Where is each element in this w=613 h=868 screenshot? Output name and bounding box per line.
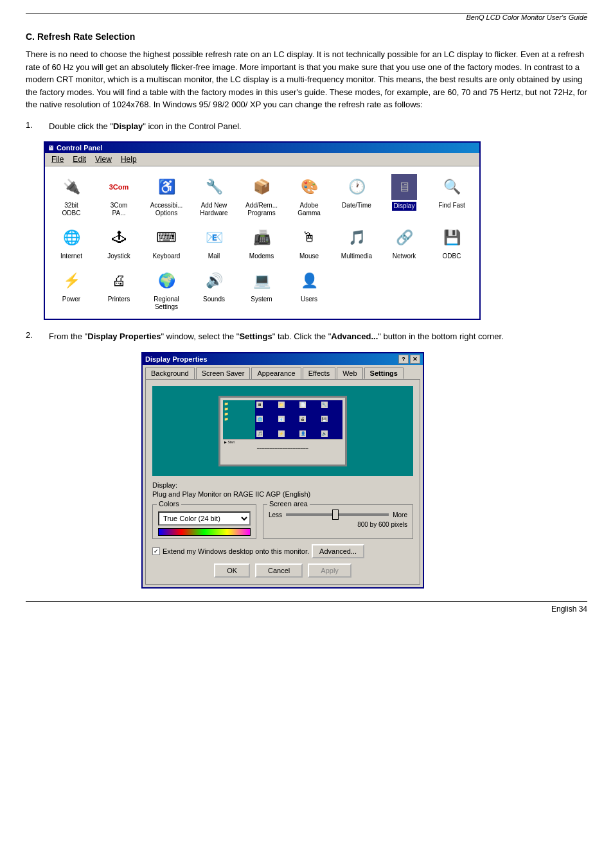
dp-colors-label: Colors [157, 500, 181, 508]
dp-content: 📁 📁 📁 📁 🖥 📁 📄 🔧 🌐 📧 🖨 [145, 379, 420, 585]
icon-accessibility: ♿ [154, 174, 179, 200]
dp-title-buttons: ? ✕ [398, 355, 420, 364]
dp-display-value: Plug and Play Monitor on RAGE IIC AGP (E… [152, 490, 413, 498]
step-2-number: 2. [26, 330, 44, 340]
dp-cancel-button[interactable]: Cancel [255, 563, 303, 578]
menu-help[interactable]: Help [117, 154, 141, 164]
dp-slider-row: Less More [269, 511, 407, 518]
tab-web[interactable]: Web [337, 368, 362, 379]
control-panel-window: 🖥 Control Panel File Edit View Help 🔌 32… [44, 141, 481, 320]
icon-power: ⚡ [58, 268, 84, 294]
cp-icon-multimedia[interactable]: 🎵 Multimedia [334, 222, 379, 263]
step-1-number: 1. [26, 120, 44, 130]
cp-icon-adobe[interactable]: 🎨 AdobeGamma [287, 172, 332, 220]
control-panel-title-bar: 🖥 Control Panel [45, 143, 479, 153]
menu-file[interactable]: File [48, 154, 67, 164]
mini-icon-10: ⚡ [278, 430, 285, 437]
dp-screen-area-label: Screen area [267, 500, 310, 508]
dp-extend-label: Extend my Windows desktop onto this moni… [163, 547, 309, 555]
icon-regional: 🌍 [154, 268, 179, 294]
step-1-bold: Display [113, 121, 143, 131]
icon-network: 🔗 [391, 225, 417, 251]
tab-screensaver[interactable]: Screen Saver [196, 368, 251, 379]
icon-findfast: 🔍 [439, 174, 465, 200]
mini-icon-3: 📄 [299, 402, 306, 408]
mini-icon-4: 🔧 [321, 402, 328, 408]
dp-taskbar: ▶ Start [223, 439, 342, 445]
cp-icon-network[interactable]: 🔗 Network [382, 222, 427, 263]
dp-advanced-button[interactable]: Advanced... [312, 544, 364, 558]
step-1: 1. Double click the "Display" icon in th… [26, 120, 587, 133]
page-header: BenQ LCD Color Monitor User's Guide [26, 13, 587, 24]
dp-pixels-label: 800 by 600 pixels [269, 521, 407, 528]
cp-icon-mail[interactable]: 📧 Mail [191, 222, 236, 263]
cp-icon-printers[interactable]: 🖨 Printers [96, 265, 141, 314]
footer-text: English 34 [551, 605, 587, 614]
step-2-bold3: Advanced... [331, 332, 378, 341]
page-footer: English 34 [26, 601, 587, 614]
icon-3com: 3Com [106, 174, 132, 200]
dp-close-btn[interactable]: ✕ [410, 355, 420, 364]
dp-extend-checkbox[interactable]: ✓ [152, 547, 160, 555]
cp-icon-joystick[interactable]: 🕹 Joystick [96, 222, 141, 263]
dp-display-label: Display: [152, 481, 413, 489]
mini-icon-11: 👤 [299, 430, 306, 437]
icon-datetime: 🕐 [344, 174, 369, 200]
dp-resolution-slider[interactable] [286, 513, 389, 516]
icon-32bit: 🔌 [58, 174, 84, 200]
dp-title: Display Properties [145, 355, 208, 363]
cp-icon-datetime[interactable]: 🕐 Date/Time [334, 172, 379, 220]
control-panel-menu-bar: File Edit View Help [45, 153, 479, 166]
icon-add-remove: 📦 [249, 174, 274, 200]
cp-icon-system[interactable]: 💻 System [239, 265, 284, 314]
control-panel-icons: 🔌 32bitODBC 3Com 3ComPA... ♿ Accessibi..… [45, 166, 479, 319]
icon-display: 🖥 [391, 174, 417, 200]
mini-icon-8: 💾 [321, 416, 328, 422]
cp-icon-power[interactable]: ⚡ Power [49, 265, 94, 314]
cp-icon-internet[interactable]: 🌐 Internet [49, 222, 94, 263]
tab-appearance[interactable]: Appearance [251, 368, 301, 379]
cp-icon-regional[interactable]: 🌍 RegionalSettings [144, 265, 189, 314]
icon-odbc: 💾 [439, 225, 465, 251]
icon-system: 💻 [249, 268, 274, 294]
section-body: There is no need to choose the highest p… [26, 48, 587, 111]
dp-apply-button[interactable]: Apply [308, 563, 351, 578]
menu-view[interactable]: View [91, 154, 116, 164]
cp-icon-keyboard[interactable]: ⌨ Keyboard [144, 222, 189, 263]
cp-icon-display[interactable]: 🖥 Display [382, 172, 427, 220]
mini-icon-12: 🔊 [321, 430, 328, 437]
cp-icon-3com[interactable]: 3Com 3ComPA... [96, 172, 141, 220]
cp-icon-mouse[interactable]: 🖱 Mouse [287, 222, 332, 263]
control-panel-title: Control Panel [57, 144, 103, 152]
tab-effects[interactable]: Effects [303, 368, 335, 379]
dp-screen-area-group: Screen area Less More 800 by 600 pixels [263, 504, 413, 539]
dp-monitor: 📁 📁 📁 📁 🖥 📁 📄 🔧 🌐 📧 🖨 [218, 396, 347, 466]
mini-icon-9: 🎵 [256, 430, 263, 437]
cp-icon-findfast[interactable]: 🔍 Find Fast [429, 172, 474, 220]
menu-edit[interactable]: Edit [69, 154, 90, 164]
dp-help-btn[interactable]: ? [398, 355, 409, 364]
tab-settings[interactable]: Settings [364, 368, 404, 379]
dp-screen: 📁 📁 📁 📁 🖥 📁 📄 🔧 🌐 📧 🖨 [223, 400, 342, 445]
cp-icon-sounds[interactable]: 🔊 Sounds [191, 265, 236, 314]
dp-ok-button[interactable]: OK [214, 563, 250, 578]
mini-icon-6: 📧 [278, 416, 285, 422]
step-2-bold1: Display Properties [87, 332, 161, 341]
icon-adobe: 🎨 [296, 174, 322, 200]
cp-icon-accessibility[interactable]: ♿ Accessibi...Options [144, 172, 189, 220]
tab-background[interactable]: Background [145, 368, 195, 379]
icon-add-hardware: 🔧 [201, 174, 227, 200]
cp-icon-add-remove[interactable]: 📦 Add/Rem...Programs [239, 172, 284, 220]
cp-icon-modems[interactable]: 📠 Modems [239, 222, 284, 263]
cp-icon-add-hardware[interactable]: 🔧 Add NewHardware [191, 172, 236, 220]
dp-colors-group: Colors True Color (24 bit) 256 Colors Hi… [152, 504, 256, 539]
cp-icon-odbc[interactable]: 💾 ODBC [429, 222, 474, 263]
dp-button-row: OK Cancel Apply [152, 563, 413, 578]
icon-keyboard: ⌨ [154, 225, 179, 251]
dp-checkbox-row: ✓ Extend my Windows desktop onto this mo… [152, 544, 413, 558]
icon-mouse: 🖱 [296, 225, 322, 251]
dp-colors-select[interactable]: True Color (24 bit) 256 Colors High Colo… [158, 511, 251, 526]
cp-icon-users[interactable]: 👤 Users [287, 265, 332, 314]
cp-icon-32bit[interactable]: 🔌 32bitODBC [49, 172, 94, 220]
step-1-text: Double click the "Display" icon in the C… [49, 120, 242, 133]
